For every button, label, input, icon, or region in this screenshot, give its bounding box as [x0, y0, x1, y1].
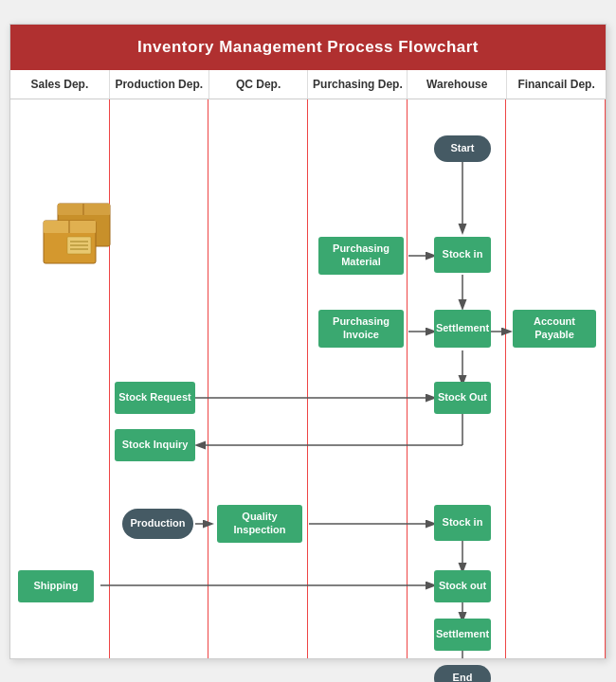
purchasing-invoice-node: Purchasing Invoice — [318, 310, 404, 348]
lane-production — [110, 99, 209, 658]
start-node: Start — [434, 135, 491, 162]
chart-title: Inventory Management Process Flowchart — [10, 25, 606, 70]
purchasing-material-node: Purchasing Material — [318, 237, 404, 275]
production-node: Production — [122, 509, 193, 539]
stock-request-node: Stock Request — [115, 382, 195, 414]
columns-header: Sales Dep. Production Dep. QC Dep. Purch… — [10, 70, 606, 99]
stock-out-2-node: Stock out — [434, 570, 491, 602]
col-header-warehouse: Warehouse — [408, 70, 507, 99]
stock-in-1-node: Stock in — [434, 237, 491, 273]
account-payable-node: Account Payable — [513, 310, 596, 348]
col-header-purchasing: Purchasing Dep. — [308, 70, 408, 99]
stock-in-2-node: Stock in — [434, 505, 491, 541]
settlement-2-node: Settlement — [434, 619, 491, 651]
lane-purchasing — [308, 99, 408, 658]
col-header-financial: Financail Dep. — [507, 70, 606, 99]
quality-inspection-node: Quality Inspection — [217, 505, 302, 543]
shipping-node: Shipping — [18, 570, 94, 602]
settlement-1-node: Settlement — [434, 310, 491, 348]
stock-out-1-node: Stock Out — [434, 382, 491, 414]
col-header-production: Production Dep. — [110, 70, 209, 99]
diagram-area: Start Purchasing Material Stock in Purch… — [10, 99, 606, 658]
lane-financial — [506, 99, 606, 658]
col-header-sales: Sales Dep. — [10, 70, 110, 99]
end-node: End — [434, 665, 491, 683]
lane-qc — [208, 99, 308, 658]
flowchart-container: Inventory Management Process Flowchart S… — [9, 24, 607, 659]
col-header-qc: QC Dep. — [209, 70, 309, 99]
stock-inquiry-node: Stock Inquiry — [115, 429, 195, 461]
